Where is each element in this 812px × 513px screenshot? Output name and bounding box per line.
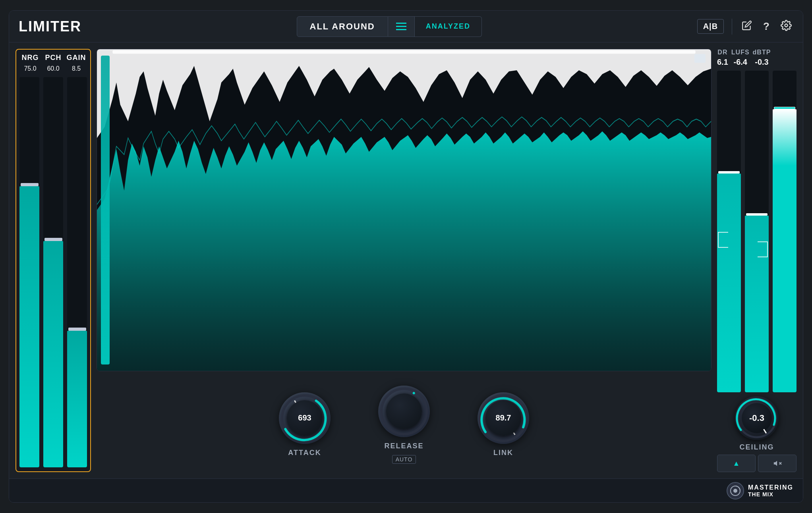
preset-area: ALL AROUND ANALYZED	[297, 16, 482, 37]
analyzed-button[interactable]: ANALYZED	[415, 16, 482, 37]
preset-name[interactable]: ALL AROUND	[297, 16, 388, 37]
ceiling-buttons: ▲	[717, 455, 797, 472]
stats-row: DR 6.1 LUFS -6.4 dBTP -0.3	[717, 49, 797, 67]
gain-meter-track[interactable]	[67, 77, 87, 467]
brand-mastering: MASTERING	[748, 484, 793, 491]
center-panel: 693 ATTACK	[97, 49, 711, 472]
svg-point-0	[785, 24, 788, 27]
footer: MASTERING THE MIX	[9, 478, 803, 502]
pch-value: 60.0	[43, 65, 64, 72]
plugin-container: LIMITER ALL AROUND ANALYZED A|B ?	[9, 10, 803, 503]
dr-meter-track[interactable]	[717, 71, 741, 392]
pch-label: PCH	[43, 54, 64, 62]
dr-meter-thumb[interactable]	[718, 171, 740, 174]
nrg-meter-thumb[interactable]	[21, 183, 39, 186]
dbtp-label: dBTP	[753, 49, 771, 56]
release-auto-label: AUTO	[392, 455, 416, 464]
attack-value: 693	[298, 413, 311, 422]
dbtp-meter-thumb[interactable]	[774, 107, 795, 109]
nrg-meter-track[interactable]	[19, 77, 39, 467]
release-knob-group: RELEASE AUTO	[378, 386, 430, 464]
ceiling-knob[interactable]: -0.3	[735, 396, 779, 440]
link-knob-inner: 89.7	[485, 400, 521, 436]
dr-label: DR	[717, 49, 727, 56]
ceiling-mute-button[interactable]	[758, 455, 797, 472]
release-label: RELEASE	[384, 442, 423, 450]
lufs-meter-track[interactable]	[745, 71, 769, 392]
lufs-stat: LUFS -6.4	[731, 49, 750, 67]
gain-value: 8.5	[66, 65, 87, 72]
svg-rect-2	[112, 50, 696, 54]
gain-label: GAIN	[66, 54, 87, 62]
release-knob[interactable]	[378, 386, 430, 437]
ceiling-triangle-button[interactable]: ▲	[717, 455, 756, 472]
nrg-value: 75.0	[19, 65, 41, 72]
brand-logo	[727, 482, 744, 499]
meters-sliders-row	[19, 77, 87, 467]
ab-button[interactable]: A|B	[697, 19, 724, 34]
meter-values-row: 75.0 60.0 8.5	[19, 65, 87, 72]
pencil-icon-button[interactable]	[740, 19, 754, 35]
svg-marker-10	[773, 461, 777, 466]
dr-stat: DR 6.1	[717, 49, 728, 67]
pch-meter-thumb[interactable]	[44, 238, 62, 241]
nrg-label: NRG	[19, 54, 41, 62]
dr-meter-fill	[717, 174, 741, 392]
hamburger-line	[396, 23, 406, 24]
left-panel: NRG PCH GAIN 75.0 60.0 8.5	[15, 49, 91, 472]
dbtp-meter-track[interactable]	[773, 71, 797, 392]
ceiling-area: -0.3 CEILING ▲	[717, 396, 797, 472]
main-content: NRG PCH GAIN 75.0 60.0 8.5	[9, 42, 803, 478]
svg-line-9	[764, 429, 766, 433]
brand: MASTERING THE MIX	[727, 482, 793, 499]
hamburger-line	[396, 26, 406, 27]
attack-knob-group: 693 ATTACK	[279, 392, 331, 457]
attack-knob[interactable]: 693	[279, 392, 331, 444]
right-panel: DR 6.1 LUFS -6.4 dBTP -0.3	[717, 49, 797, 472]
brand-text: MASTERING THE MIX	[748, 484, 793, 498]
release-knob-inner	[386, 393, 422, 429]
brand-the-mix: THE MIX	[748, 491, 793, 498]
gain-meter-thumb[interactable]	[68, 328, 86, 331]
ceiling-label: CEILING	[739, 443, 774, 451]
nrg-meter-fill	[19, 186, 39, 467]
help-icon-button[interactable]: ?	[762, 19, 771, 34]
right-meters	[717, 71, 797, 392]
lufs-value: -6.4	[733, 58, 747, 67]
playback-indicator[interactable]	[694, 54, 706, 63]
pch-meter-fill	[43, 241, 63, 467]
attack-knob-inner: 693	[287, 400, 323, 436]
link-knob-group: 89.7 LINK	[478, 392, 529, 457]
dbtp-value: -0.3	[755, 58, 768, 67]
dbtp-stat: dBTP -0.3	[753, 49, 771, 67]
controls-row: 693 ATTACK	[97, 377, 711, 472]
pch-meter-track[interactable]	[43, 77, 63, 467]
svg-point-14	[733, 489, 737, 493]
link-label: LINK	[493, 449, 513, 457]
hamburger-menu-button[interactable]	[388, 16, 415, 37]
app-title: LIMITER	[19, 18, 81, 35]
header: LIMITER ALL AROUND ANALYZED A|B ?	[9, 11, 803, 42]
header-divider	[732, 19, 732, 35]
link-knob[interactable]: 89.7	[478, 392, 529, 444]
dbtp-meter-fill	[773, 109, 797, 392]
link-value: 89.7	[496, 413, 511, 422]
lufs-bracket	[758, 241, 768, 257]
input-level-bar	[101, 56, 110, 364]
waveform-svg	[97, 49, 711, 371]
waveform-container[interactable]	[97, 49, 711, 371]
triangle-icon: ▲	[733, 459, 740, 468]
hamburger-line	[396, 29, 406, 30]
dr-bracket	[718, 232, 728, 248]
header-icons: A|B ?	[697, 18, 793, 35]
meters-box: NRG PCH GAIN 75.0 60.0 8.5	[15, 49, 91, 472]
settings-icon-button[interactable]	[779, 18, 793, 35]
gain-meter-fill	[67, 331, 87, 467]
meters-labels-row: NRG PCH GAIN	[19, 54, 87, 62]
attack-label: ATTACK	[288, 449, 321, 457]
lufs-meter-thumb[interactable]	[746, 213, 768, 216]
dr-value: 6.1	[717, 58, 728, 67]
lufs-label: LUFS	[731, 49, 750, 56]
